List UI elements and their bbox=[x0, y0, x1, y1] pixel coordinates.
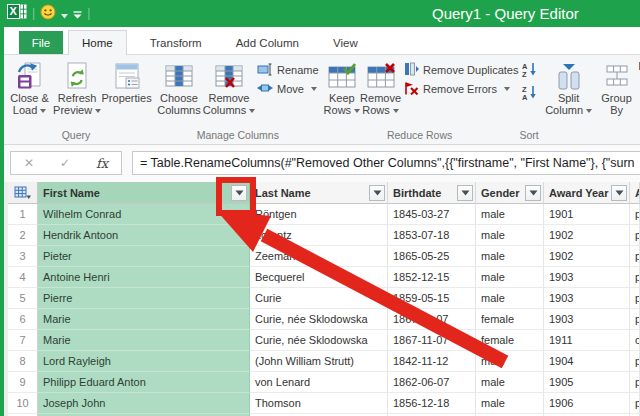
cell[interactable]: Marie bbox=[38, 330, 250, 351]
cell[interactable]: male bbox=[476, 288, 544, 309]
keep-rows-button[interactable]: Keep Rows bbox=[324, 58, 361, 116]
row-number[interactable]: 4 bbox=[8, 267, 38, 288]
cell[interactable]: ph bbox=[630, 393, 640, 414]
row-number[interactable]: 2 bbox=[8, 225, 38, 246]
cell[interactable]: male bbox=[476, 372, 544, 393]
cell[interactable]: 1865-05-25 bbox=[388, 246, 476, 267]
column-header[interactable]: Last Name bbox=[250, 182, 388, 204]
formula-input[interactable]: = Table.RenameColumns(#"Removed Other Co… bbox=[132, 151, 640, 175]
cell[interactable]: male bbox=[476, 204, 544, 225]
column-header[interactable]: Aw bbox=[630, 182, 640, 204]
cell[interactable]: Hendrik Antoon bbox=[38, 225, 250, 246]
cell[interactable]: 1862-06-07 bbox=[388, 372, 476, 393]
cell[interactable]: 1903 bbox=[544, 309, 630, 330]
row-number[interactable]: 9 bbox=[8, 372, 38, 393]
cell[interactable]: 1867-11-07 bbox=[388, 330, 476, 351]
row-number[interactable]: 5 bbox=[8, 288, 38, 309]
cell[interactable]: Curie, née Sklodowska bbox=[250, 309, 388, 330]
tab-file[interactable]: File bbox=[19, 31, 63, 54]
cell[interactable]: ph bbox=[630, 309, 640, 330]
cell[interactable]: 1911 bbox=[544, 330, 630, 351]
row-number[interactable]: 1 bbox=[8, 204, 38, 225]
remove-errors-button[interactable]: Remove Errors bbox=[401, 80, 521, 97]
cell[interactable]: Lord Rayleigh bbox=[38, 351, 250, 372]
cell[interactable]: Wilhelm Conrad bbox=[38, 204, 250, 225]
column-header[interactable]: Award Year bbox=[544, 182, 630, 204]
cell[interactable]: male bbox=[476, 225, 544, 246]
cell[interactable]: Joseph John bbox=[38, 393, 250, 414]
cell[interactable]: 1906 bbox=[544, 393, 630, 414]
refresh-preview-button[interactable]: Refresh Preview bbox=[53, 58, 101, 116]
smiley-icon[interactable] bbox=[40, 4, 56, 24]
smiley-dropdown-icon[interactable] bbox=[61, 5, 68, 23]
row-number[interactable]: 6 bbox=[8, 309, 38, 330]
cell[interactable]: female bbox=[476, 309, 544, 330]
cell[interactable]: 1904 bbox=[544, 351, 630, 372]
cell[interactable]: von Lenard bbox=[250, 372, 388, 393]
cell[interactable]: Pieter bbox=[38, 246, 250, 267]
cell[interactable]: male bbox=[476, 267, 544, 288]
rename-button[interactable]: Rename bbox=[254, 61, 322, 78]
cell[interactable]: 1902 bbox=[544, 225, 630, 246]
tab-view[interactable]: View bbox=[320, 31, 371, 54]
cell[interactable]: ph bbox=[630, 225, 640, 246]
cell[interactable]: 1902 bbox=[544, 246, 630, 267]
cell[interactable]: 1842-11-12 bbox=[388, 351, 476, 372]
row-number[interactable]: 3 bbox=[8, 246, 38, 267]
tab-home[interactable]: Home bbox=[68, 30, 127, 55]
remove-rows-button[interactable]: Remove Rows bbox=[360, 58, 401, 116]
cell[interactable]: Curie bbox=[250, 288, 388, 309]
cancel-icon[interactable]: ✕ bbox=[24, 156, 34, 170]
cell[interactable]: Zeeman bbox=[250, 246, 388, 267]
filter-button[interactable] bbox=[231, 185, 247, 201]
cell[interactable]: Röntgen bbox=[250, 204, 388, 225]
column-header[interactable]: Gender bbox=[476, 182, 544, 204]
fx-icon[interactable]: fx bbox=[96, 156, 108, 171]
cell[interactable]: Marie bbox=[38, 309, 250, 330]
cell[interactable]: Curie, née Sklodowska bbox=[250, 330, 388, 351]
column-header[interactable]: First Name bbox=[38, 182, 250, 204]
cell[interactable]: ch bbox=[630, 330, 640, 351]
close-and-load-button[interactable]: Close & Load bbox=[6, 58, 53, 116]
row-number[interactable]: 10 bbox=[8, 393, 38, 414]
move-button[interactable]: Move bbox=[254, 80, 322, 97]
cell[interactable]: 1859-05-15 bbox=[388, 288, 476, 309]
remove-duplicates-button[interactable]: Remove Duplicates bbox=[401, 61, 521, 78]
cell[interactable]: 1905 bbox=[544, 372, 630, 393]
filter-button[interactable] bbox=[369, 185, 385, 201]
cell[interactable]: 1901 bbox=[544, 204, 630, 225]
properties-button[interactable]: Properties bbox=[101, 58, 152, 104]
cell[interactable]: 1845-03-27 bbox=[388, 204, 476, 225]
customize-toolbar-icon[interactable] bbox=[73, 5, 82, 23]
cell[interactable]: Antoine Henri bbox=[38, 267, 250, 288]
group-by-button[interactable]: Group By bbox=[595, 58, 639, 116]
cell[interactable]: 1853-07-18 bbox=[388, 225, 476, 246]
column-header[interactable]: Birthdate bbox=[388, 182, 476, 204]
cell[interactable]: ph bbox=[630, 246, 640, 267]
tab-transform[interactable]: Transform bbox=[137, 31, 215, 54]
cell[interactable]: Pierre bbox=[38, 288, 250, 309]
remove-columns-button[interactable]: Remove Columns bbox=[204, 58, 254, 116]
confirm-icon[interactable]: ✓ bbox=[60, 156, 70, 170]
cell[interactable]: 1856-12-18 bbox=[388, 393, 476, 414]
sort-ascending-button[interactable]: A Z bbox=[521, 61, 538, 81]
choose-columns-button[interactable]: Choose Columns bbox=[154, 58, 204, 116]
cell[interactable]: ph bbox=[630, 204, 640, 225]
cell[interactable]: 1903 bbox=[544, 288, 630, 309]
select-all-button[interactable] bbox=[8, 182, 38, 204]
cell[interactable]: Philipp Eduard Anton bbox=[38, 372, 250, 393]
filter-button[interactable] bbox=[611, 185, 627, 201]
split-column-button[interactable]: Split Column bbox=[543, 58, 595, 116]
cell[interactable]: 1903 bbox=[544, 267, 630, 288]
cell[interactable]: ph bbox=[630, 351, 640, 372]
filter-button[interactable] bbox=[457, 185, 473, 201]
cell[interactable]: 1852-12-15 bbox=[388, 267, 476, 288]
row-number[interactable]: 8 bbox=[8, 351, 38, 372]
cell[interactable]: Lorentz bbox=[250, 225, 388, 246]
cell[interactable]: female bbox=[476, 330, 544, 351]
cell[interactable]: male bbox=[476, 351, 544, 372]
cell[interactable]: ph bbox=[630, 288, 640, 309]
cell[interactable]: male bbox=[476, 393, 544, 414]
tab-add-column[interactable]: Add Column bbox=[223, 31, 312, 54]
cell[interactable]: (John William Strutt) bbox=[250, 351, 388, 372]
